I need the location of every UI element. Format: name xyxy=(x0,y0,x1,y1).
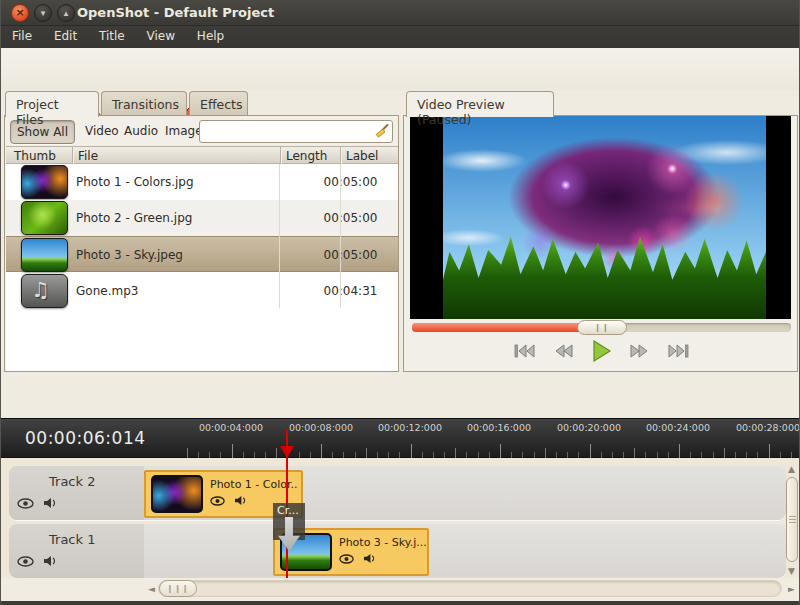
file-name: Gone.mp3 xyxy=(76,284,138,298)
seek-handle[interactable]: ❙❙ xyxy=(577,320,627,335)
clip-visibility-icon[interactable] xyxy=(210,495,229,509)
file-name: Photo 3 - Sky.jpeg xyxy=(76,248,183,262)
track-audio-icon[interactable] xyxy=(43,498,57,512)
project-files-panel: Show All Video Audio Image Thumb File Le… xyxy=(4,115,399,372)
titlebar[interactable]: × ▾ ▴ OpenShot - Default Project xyxy=(1,0,800,26)
close-button[interactable]: × xyxy=(11,4,29,22)
file-length: 00:05:00 xyxy=(324,175,378,189)
file-length: 00:05:00 xyxy=(324,211,378,225)
video-preview-panel: ❙❙ xyxy=(403,115,798,372)
ruler-ticks xyxy=(1,419,800,459)
track-2-lane[interactable]: Track 2 xyxy=(9,466,786,520)
thumbnail-colors xyxy=(21,165,68,199)
file-length: 00:04:31 xyxy=(324,284,378,298)
skip-to-start-icon[interactable] xyxy=(514,343,536,362)
tab-project-files[interactable]: Project Files xyxy=(5,91,99,117)
col-length[interactable]: Length xyxy=(286,149,327,163)
seek-fill xyxy=(412,323,590,332)
track-audio-icon[interactable] xyxy=(43,556,57,570)
clip-audio-icon[interactable] xyxy=(363,553,376,567)
clip-visibility-icon[interactable] xyxy=(339,553,358,567)
fast-forward-icon[interactable] xyxy=(629,343,649,362)
tab-effects[interactable]: Effects xyxy=(189,91,248,116)
clip-audio-icon[interactable] xyxy=(234,495,247,509)
scroll-right-arrow[interactable]: ► xyxy=(788,584,795,594)
audio-filter-button[interactable]: Audio xyxy=(124,124,158,138)
track-name: Track 2 xyxy=(49,474,95,489)
clip-title: Photo 1 - Color... xyxy=(210,478,298,491)
tab-video-preview[interactable]: Video Preview (Paused) xyxy=(406,91,554,117)
vscrollbar-thumb[interactable] xyxy=(786,477,798,562)
track-visibility-icon[interactable] xyxy=(17,556,38,570)
col-label[interactable]: Label xyxy=(346,149,378,163)
menu-view[interactable]: View xyxy=(138,26,184,48)
video-display[interactable] xyxy=(410,116,791,319)
file-search-box xyxy=(199,120,393,143)
timeline-ruler[interactable]: 00:00:06:014 00:00:04:000 00:00:08:000 0… xyxy=(1,418,800,458)
drag-ghost-label: Cr... xyxy=(277,504,299,517)
hscrollbar-track[interactable]: ❙❙❙ xyxy=(158,580,782,597)
timeline-hscrollbar: ◄ ❙❙❙ ► xyxy=(1,578,800,601)
menu-help[interactable]: Help xyxy=(188,26,233,48)
file-name: Photo 1 - Colors.jpg xyxy=(76,175,194,189)
clip-thumbnail xyxy=(151,475,203,513)
transport-controls xyxy=(404,340,799,365)
play-icon[interactable] xyxy=(592,340,612,365)
tab-transitions[interactable]: Transitions xyxy=(101,91,187,116)
track-1-header[interactable]: Track 1 xyxy=(9,524,144,578)
timeline-vscrollbar: ▲ ▼ xyxy=(786,460,799,578)
image-filter-button[interactable]: Image xyxy=(165,124,203,138)
menubar: File Edit Title View Help xyxy=(1,26,800,48)
window-bottom-border xyxy=(1,601,800,605)
thumbnail-music: ♫ xyxy=(21,274,68,308)
openshot-window: × ▾ ▴ OpenShot - Default Project File Ed… xyxy=(0,0,800,605)
clip-title: Photo 3 - Sky.j... xyxy=(339,536,427,549)
window-title: OpenShot - Default Project xyxy=(77,5,274,20)
scroll-up-arrow[interactable]: ▲ xyxy=(788,464,795,474)
menu-edit[interactable]: Edit xyxy=(45,26,86,48)
col-file[interactable]: File xyxy=(78,149,98,163)
rewind-icon[interactable] xyxy=(554,343,574,362)
search-input[interactable] xyxy=(202,122,372,141)
menu-title[interactable]: Title xyxy=(90,26,134,48)
files-table-header: Thumb File Length Label xyxy=(6,146,398,164)
track-name: Track 1 xyxy=(49,532,95,547)
clear-search-icon[interactable] xyxy=(374,124,389,142)
playhead-marker[interactable] xyxy=(280,446,294,458)
file-name: Photo 2 - Green.jpg xyxy=(76,211,192,225)
timeline-toolbar: ✂ ❙❙ 4 seconds xyxy=(1,374,800,418)
scroll-down-arrow[interactable]: ▼ xyxy=(788,566,795,576)
minimize-button[interactable]: ▾ xyxy=(34,4,52,22)
main-toolbar: + xyxy=(1,48,800,90)
track-2-header[interactable]: Track 2 xyxy=(9,466,144,520)
hscrollbar-thumb[interactable]: ❙❙❙ xyxy=(159,580,197,597)
skip-to-end-icon[interactable] xyxy=(667,343,689,362)
scroll-left-arrow[interactable]: ◄ xyxy=(148,584,155,594)
menu-file[interactable]: File xyxy=(3,26,41,48)
files-table: Photo 1 - Colors.jpg 00:05:00 Photo 2 - … xyxy=(6,164,398,371)
video-filter-button[interactable]: Video xyxy=(85,124,119,138)
thumbnail-sky xyxy=(21,238,68,272)
seek-bar[interactable]: ❙❙ xyxy=(412,323,791,332)
col-thumb[interactable]: Thumb xyxy=(14,149,56,163)
file-length: 00:05:00 xyxy=(324,248,378,262)
video-frame xyxy=(443,116,766,319)
track-visibility-icon[interactable] xyxy=(17,498,38,512)
maximize-button[interactable]: ▴ xyxy=(57,4,75,22)
thumbnail-green xyxy=(21,201,68,235)
